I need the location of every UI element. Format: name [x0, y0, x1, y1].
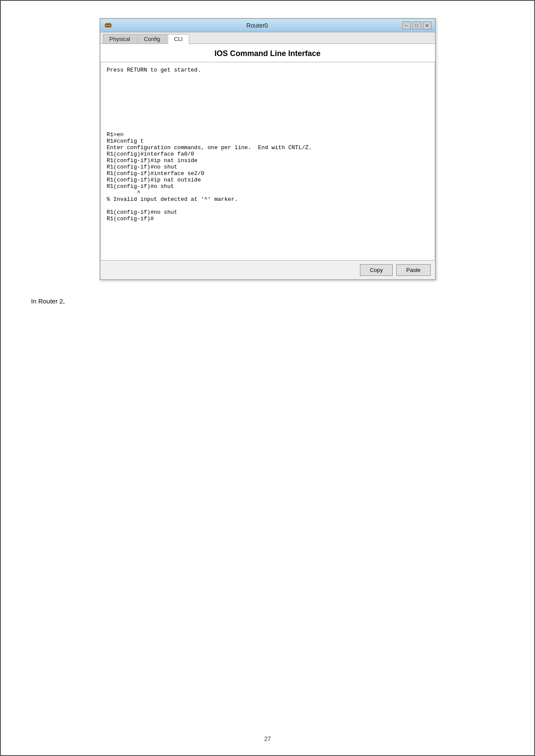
svg-point-2	[107, 25, 109, 26]
maximize-button[interactable]: □	[413, 22, 421, 29]
minimize-button[interactable]: −	[402, 22, 411, 29]
router-icon	[104, 21, 113, 30]
tab-bar: Physical Config CLI	[100, 32, 435, 44]
below-window-text: In Router 2,	[27, 297, 508, 305]
close-button[interactable]: ×	[423, 22, 432, 29]
svg-point-1	[106, 25, 107, 26]
tab-config[interactable]: Config	[138, 34, 167, 44]
titlebar-controls: − □ ×	[402, 22, 432, 29]
cli-terminal[interactable]: Press RETURN to get started. R1>en R1#co…	[100, 62, 435, 260]
svg-line-6	[110, 23, 110, 24]
svg-line-5	[106, 23, 107, 24]
tab-cli[interactable]: CLI	[168, 34, 189, 44]
page-number: 27	[264, 735, 271, 742]
copy-button[interactable]: Copy	[360, 264, 393, 276]
router-window: Router0 − □ × Physical Config CLI IOS Co…	[100, 18, 436, 280]
section-title: IOS Command Line Interface	[100, 44, 435, 62]
window-footer: Copy Paste	[100, 260, 435, 279]
svg-point-3	[109, 25, 110, 26]
page-content: Router0 − □ × Physical Config CLI IOS Co…	[1, 1, 534, 322]
titlebar: Router0 − □ ×	[100, 19, 435, 32]
paste-button[interactable]: Paste	[396, 264, 430, 276]
window-title: Router0	[113, 22, 402, 29]
tab-physical[interactable]: Physical	[103, 34, 137, 44]
